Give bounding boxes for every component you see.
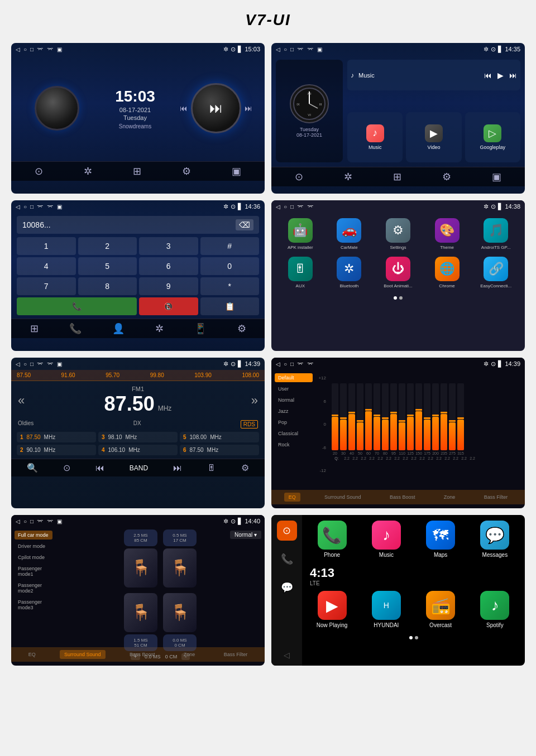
eq-tab-eq[interactable]: EQ [284,493,300,502]
eq-tab-bass-filter[interactable]: Bass Filter [480,493,513,502]
cp-app-music[interactable]: ♪ Music [362,521,410,558]
key-4[interactable]: 4 [17,257,76,275]
carplay-nav-icon[interactable]: ⊙ [277,521,297,541]
key-hash[interactable]: # [200,237,260,255]
cp-app-maps[interactable]: 🗺 Maps [417,521,465,558]
dialpad-icon[interactable]: ⊞ [30,322,39,335]
cp-app-nowplaying[interactable]: ▶ Now Playing [308,591,356,628]
app-boot-anim[interactable]: ⏻ Boot Animati... [376,257,420,288]
nav-icon-2[interactable]: ⊙ [295,171,303,183]
app-carmate[interactable]: 🚗 CarMate [327,218,372,250]
fm-settings-icon[interactable]: ⚙ [241,463,249,473]
eq-bar-275[interactable] [449,383,456,450]
key-0[interactable]: 0 [200,257,260,275]
call-btn[interactable]: 📞 [17,297,137,315]
app-aux[interactable]: 🎚 AUX [278,257,323,288]
camera-icon[interactable]: ▣ [232,165,241,177]
eq-bar-110[interactable] [399,383,405,450]
eq-preset-jazz[interactable]: Jazz [275,407,313,416]
preset-5[interactable]: 5 108.00 MHz [180,432,259,442]
preset-6[interactable]: 6 87.50 MHz [180,445,259,455]
eq-preset-rock[interactable]: Rock [275,440,313,449]
preset-2[interactable]: 2 90.10 MHz [17,445,96,455]
settings-icon-2[interactable]: ⚙ [442,171,451,183]
zone-tab-bass-filter[interactable]: Bass Filter [219,650,252,659]
phone2-icon[interactable]: 📱 [194,322,207,335]
preset-4[interactable]: 4 106.10 MHz [98,445,178,455]
scan-icon[interactable]: ⊙ [63,463,70,473]
key-6[interactable]: 6 [139,257,198,275]
zone-tab-surround[interactable]: Surround Sound [60,650,106,659]
zone-pass3[interactable]: Passenger mode3 [15,598,52,612]
eq-tab-zone[interactable]: Zone [439,493,460,502]
key-2[interactable]: 2 [78,237,137,255]
preset-3[interactable]: 3 98.10 MHz [98,432,178,442]
app-apk-installer[interactable]: 🤖 APK installer [278,218,323,250]
eq-bar-95[interactable] [390,383,397,450]
eq-bar-40[interactable] [348,383,355,450]
zone-plus-btn[interactable]: - [181,653,190,660]
carplay-home-arrow[interactable]: ◁ [284,650,290,660]
eq-preset-default[interactable]: Default [275,373,313,382]
key-8[interactable]: 8 [78,277,137,295]
key-star[interactable]: * [200,277,260,295]
contacts-btn[interactable]: 📋 [200,297,260,315]
camera-icon-2[interactable]: ▣ [492,171,501,183]
eq-tab-surround[interactable]: Surround Sound [320,493,366,502]
cp-app-overcast[interactable]: 📻 Overcast [417,591,465,628]
key-3[interactable]: 3 [139,237,198,255]
carplay-phone-icon[interactable]: 📞 [277,549,297,569]
zone-pass1[interactable]: Passenger mode1 [15,564,52,579]
key-7[interactable]: 7 [17,277,76,295]
cp-app-phone[interactable]: 📞 Phone [308,521,356,558]
prev-btn[interactable]: ⏮ [180,104,188,113]
app-androits[interactable]: 🎵 AndroiTS GP... [473,218,518,250]
contacts-icon[interactable]: 👤 [112,322,125,335]
cp-app-messages[interactable]: 💬 Messages [471,521,519,558]
eq-preset-classical[interactable]: Classical [275,429,313,438]
next-btn[interactable]: ⏭ [245,104,252,113]
eq-bar-315[interactable] [457,383,464,450]
eq-tab-bass-boost[interactable]: Bass Boost [385,493,420,502]
play-pause-btn[interactable]: ⏭ [209,100,223,116]
key-9[interactable]: 9 [139,277,198,295]
zone-pass2[interactable]: Passenger mode2 [15,581,52,595]
fm-prev-icon[interactable]: ⏮ [95,463,104,473]
eq-bar-200[interactable] [432,383,439,450]
zone-cpilot[interactable]: Cpilot mode [15,553,52,562]
key-5[interactable]: 5 [78,257,137,275]
zone-tab-eq[interactable]: EQ [24,650,40,659]
play-music-btn[interactable]: ▶ [497,71,504,80]
key-1[interactable]: 1 [17,237,76,255]
video-app[interactable]: ▶ Video [406,112,461,163]
fm-next-btn[interactable]: » [251,393,258,408]
bt-bottom-icon[interactable]: ✲ [84,165,92,177]
bt-bottom-icon-2[interactable]: ✲ [344,171,352,183]
app-bluetooth[interactable]: ✲ Bluetooth [327,257,372,288]
backspace-btn[interactable]: ⌫ [236,219,253,230]
settings-icon[interactable]: ⚙ [182,165,191,177]
eq-preset-normal[interactable]: Normal [275,396,313,405]
music-app[interactable]: ♪ Music [347,112,403,163]
googleplay-app[interactable]: ▷ Googleplay [465,112,520,163]
eq-preset-pop[interactable]: Pop [275,418,313,427]
app-easyconnect[interactable]: 🔗 EasyConnecti... [473,257,518,288]
apps-icon[interactable]: ⊞ [133,165,141,177]
prev-music-btn[interactable]: ⏮ [484,71,492,80]
band-btn[interactable]: BAND [130,464,148,472]
app-chrome[interactable]: 🌐 Chrome [425,257,470,288]
end-btn[interactable]: 📵 [139,297,198,315]
eq-bar-125[interactable] [407,383,414,450]
eq-bar-50[interactable] [357,383,363,450]
eq-bar-80[interactable] [382,383,389,450]
cp-app-spotify[interactable]: ♪ Spotify [471,591,519,628]
eq-preset-user[interactable]: User [275,384,313,393]
app-settings[interactable]: ⚙ Settings [376,218,420,250]
eq-bar-20[interactable] [332,383,338,450]
apps-icon-2[interactable]: ⊞ [393,171,401,183]
eq-icon[interactable]: 🎚 [207,463,216,473]
mode-select-dropdown[interactable]: Normal ▾ [230,531,261,539]
app-theme[interactable]: 🎨 Theme [425,218,470,250]
zone-minus-btn[interactable]: + [131,653,140,660]
next-music-btn[interactable]: ⏭ [509,71,517,80]
